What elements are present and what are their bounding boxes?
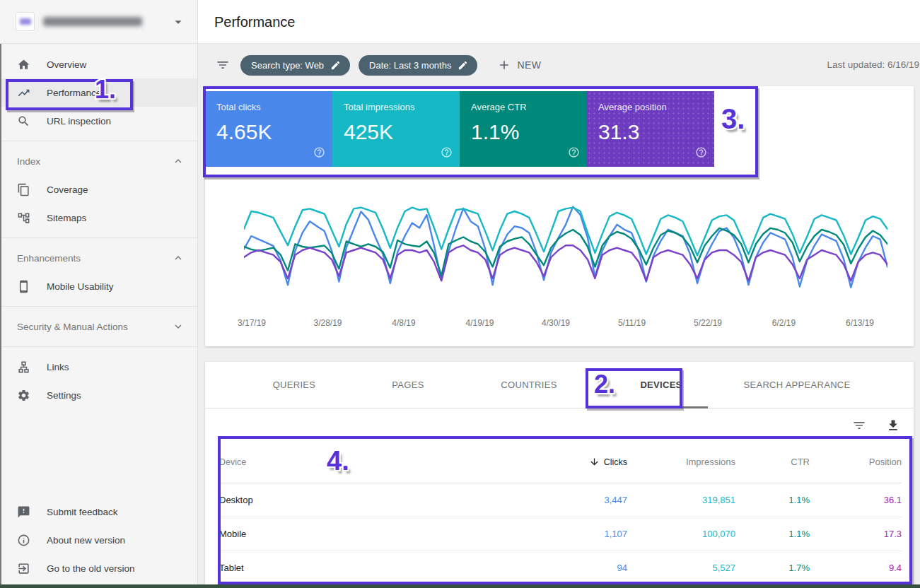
sidebar-item-settings[interactable]: Settings [0,381,197,409]
help-icon[interactable] [313,146,325,161]
table-row-desktop[interactable]: Desktop 3,447 319,851 1.1% 36.1 [219,483,902,517]
sidebar-item-overview[interactable]: Overview [0,50,197,78]
device-cell: Desktop [219,495,518,505]
sidebar-item-about-new-version[interactable]: About new version [0,526,197,554]
sidebar-item-links[interactable]: Links [0,353,197,381]
date-range-chip[interactable]: Date: Last 3 months [359,55,477,76]
tab-countries[interactable]: COUNTRIES [501,362,557,408]
card-label: Total impressions [344,102,448,112]
section-label: Security & Manual Actions [17,322,128,332]
bottom-edge-strip [0,584,920,588]
column-header-device[interactable]: Device [219,457,518,467]
performance-line-chart [244,194,887,300]
sidebar-item-label: Sitemaps [47,213,86,223]
clicks-cell: 1,107 [518,529,627,539]
total-impressions-card[interactable]: Total impressions 425K [332,91,460,167]
devices-table: Device Clicks Impressions CTR Position D… [219,441,902,585]
mobile-icon [17,280,30,293]
search-type-chip[interactable]: Search type: Web [240,55,350,76]
last-updated-text: Last updated: 6/16/19 [827,44,919,86]
new-label: NEW [517,59,541,71]
card-value: 4.65K [216,120,321,144]
download-icon[interactable] [886,418,900,435]
search-icon [17,114,30,128]
impressions-cell: 5,527 [627,563,735,573]
new-filter-button[interactable]: NEW [497,58,541,72]
column-header-ctr[interactable]: CTR [735,457,810,467]
table-header-row: Device Clicks Impressions CTR Position [219,441,902,483]
table-row-tablet[interactable]: Tablet 94 5,527 1.7% 9.4 [219,551,902,585]
sidebar-item-label: Performance [47,88,101,98]
sort-descending-icon [589,457,600,467]
edit-pencil-icon [458,60,468,71]
x-tick: 3/28/19 [307,318,349,328]
edit-pencil-icon [330,60,341,71]
average-position-card[interactable]: Average position 31.3 [587,91,714,167]
position-cell: 36.1 [810,495,902,505]
clicks-cell: 94 [518,563,627,573]
total-clicks-card[interactable]: Total clicks 4.65K [205,91,332,167]
x-tick: 3/17/19 [231,318,273,328]
x-tick: 6/13/19 [839,318,881,328]
card-label: Average position [598,102,703,112]
tabs-row: QUERIES PAGES COUNTRIES DEVICES SEARCH A… [205,362,914,408]
x-tick: 4/30/19 [535,318,577,328]
table-row-mobile[interactable]: Mobile 1,107 100,070 1.1% 17.3 [219,517,902,551]
impressions-cell: 319,851 [627,495,735,505]
property-selector[interactable] [0,0,197,44]
property-logo [16,12,35,31]
sidebar-item-label: Overview [47,59,86,70]
sidebar-item-performance[interactable]: Performance [0,78,197,107]
device-cell: Mobile [219,529,518,539]
position-cell: 9.4 [810,563,902,573]
tab-queries[interactable]: QUERIES [273,362,316,408]
tab-pages[interactable]: PAGES [392,362,424,408]
exit-icon [17,562,30,575]
x-tick: 4/19/19 [459,318,501,328]
settings-gear-icon [17,389,30,402]
average-ctr-card[interactable]: Average CTR 1.1% [460,91,587,167]
sidebar: Overview Performance URL inspection Inde… [0,0,198,588]
coverage-icon [17,183,30,196]
info-icon [17,534,30,547]
tab-search-appearance[interactable]: SEARCH APPEARANCE [743,362,850,408]
sidebar-item-coverage[interactable]: Coverage [0,175,197,204]
sidebar-section-enhancements[interactable]: Enhancements [0,244,197,272]
help-icon[interactable] [568,146,580,161]
section-label: Enhancements [17,253,81,264]
card-value: 31.3 [598,120,703,144]
sidebar-nav: Overview Performance URL inspection Inde… [0,44,197,409]
sidebar-item-label: Submit feedback [47,507,118,517]
sidebar-item-label: About new version [47,535,125,546]
filter-funnel-icon[interactable] [216,58,230,72]
sidebar-footer: Submit feedback About new version Go to … [0,498,197,582]
divider [0,237,197,238]
column-header-impressions[interactable]: Impressions [627,457,735,467]
dropdown-caret-icon[interactable] [170,14,186,30]
divider [0,141,197,141]
x-tick: 5/11/19 [611,318,653,328]
card-value: 1.1% [471,120,576,144]
position-cell: 17.3 [810,529,902,539]
sidebar-item-label: URL inspection [47,116,111,127]
tab-devices[interactable]: DEVICES [640,362,682,408]
sidebar-section-index[interactable]: Index [0,147,197,175]
column-header-position[interactable]: Position [810,457,902,467]
links-icon [17,360,30,374]
divider [0,346,197,347]
page-title: Performance [214,0,296,44]
help-icon[interactable] [441,146,453,161]
help-icon[interactable] [695,146,707,161]
sidebar-item-submit-feedback[interactable]: Submit feedback [0,498,197,526]
column-header-clicks[interactable]: Clicks [518,457,627,467]
sidebar-section-security-manual-actions[interactable]: Security & Manual Actions [0,312,197,341]
sidebar-item-sitemaps[interactable]: Sitemaps [0,204,197,232]
x-tick: 6/2/19 [763,318,805,328]
sidebar-item-mobile-usability[interactable]: Mobile Usability [0,272,197,300]
chart-line-impressions [244,208,887,256]
performance-chart-panel: Total clicks 4.65K Total impressions 425… [205,86,914,346]
sidebar-item-url-inspection[interactable]: URL inspection [0,107,197,135]
sidebar-item-go-to-old-version[interactable]: Go to the old version [0,554,197,582]
ctr-cell: 1.7% [735,563,810,573]
table-filter-icon[interactable] [852,418,866,435]
